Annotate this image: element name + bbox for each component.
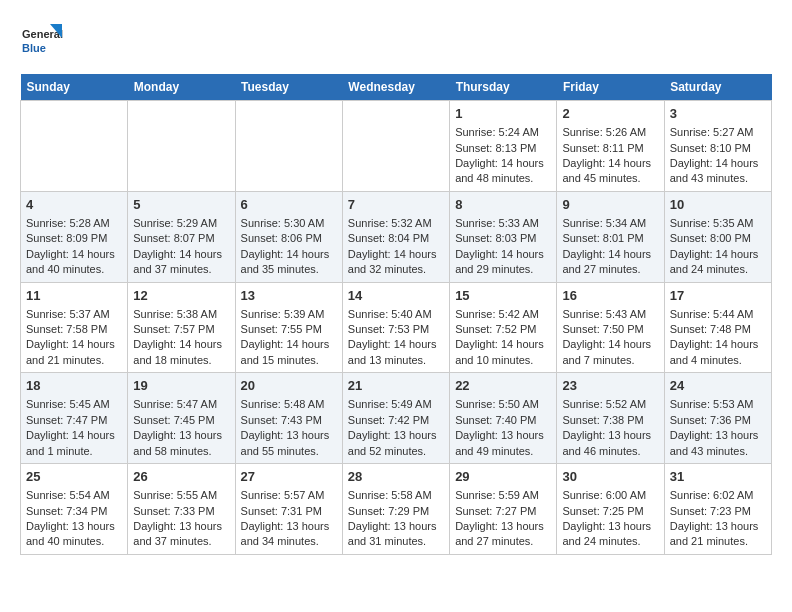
day-number: 31 <box>670 468 766 486</box>
day-number: 11 <box>26 287 122 305</box>
day-info: Daylight: 13 hours <box>455 428 551 443</box>
week-row-3: 11Sunrise: 5:37 AMSunset: 7:58 PMDayligh… <box>21 282 772 373</box>
day-info: Sunset: 7:29 PM <box>348 504 444 519</box>
day-info: Sunrise: 5:40 AM <box>348 307 444 322</box>
week-row-1: 1Sunrise: 5:24 AMSunset: 8:13 PMDaylight… <box>21 101 772 192</box>
day-info: and 45 minutes. <box>562 171 658 186</box>
day-number: 1 <box>455 105 551 123</box>
day-info: Sunset: 7:25 PM <box>562 504 658 519</box>
day-info: Sunrise: 5:37 AM <box>26 307 122 322</box>
day-info: Sunset: 7:34 PM <box>26 504 122 519</box>
day-info: and 7 minutes. <box>562 353 658 368</box>
calendar-cell: 13Sunrise: 5:39 AMSunset: 7:55 PMDayligh… <box>235 282 342 373</box>
day-info: Daylight: 13 hours <box>133 519 229 534</box>
day-info: Daylight: 14 hours <box>455 337 551 352</box>
weekday-header-tuesday: Tuesday <box>235 74 342 101</box>
day-info: Daylight: 13 hours <box>26 519 122 534</box>
calendar-cell: 10Sunrise: 5:35 AMSunset: 8:00 PMDayligh… <box>664 191 771 282</box>
day-info: Sunrise: 5:28 AM <box>26 216 122 231</box>
calendar-cell: 15Sunrise: 5:42 AMSunset: 7:52 PMDayligh… <box>450 282 557 373</box>
day-info: Sunset: 7:31 PM <box>241 504 337 519</box>
day-info: Sunrise: 5:27 AM <box>670 125 766 140</box>
calendar-cell: 28Sunrise: 5:58 AMSunset: 7:29 PMDayligh… <box>342 464 449 555</box>
day-info: Sunset: 8:06 PM <box>241 231 337 246</box>
calendar-cell: 22Sunrise: 5:50 AMSunset: 7:40 PMDayligh… <box>450 373 557 464</box>
day-info: Sunset: 7:38 PM <box>562 413 658 428</box>
day-info: Sunset: 7:50 PM <box>562 322 658 337</box>
day-number: 3 <box>670 105 766 123</box>
calendar-cell <box>21 101 128 192</box>
day-number: 28 <box>348 468 444 486</box>
day-info: Daylight: 13 hours <box>670 428 766 443</box>
day-info: Sunrise: 5:52 AM <box>562 397 658 412</box>
day-info: Daylight: 14 hours <box>241 247 337 262</box>
day-info: Daylight: 14 hours <box>562 337 658 352</box>
day-info: Sunset: 7:40 PM <box>455 413 551 428</box>
day-info: and 34 minutes. <box>241 534 337 549</box>
day-info: Sunset: 8:01 PM <box>562 231 658 246</box>
day-info: Sunrise: 5:24 AM <box>455 125 551 140</box>
day-number: 15 <box>455 287 551 305</box>
calendar-cell: 14Sunrise: 5:40 AMSunset: 7:53 PMDayligh… <box>342 282 449 373</box>
day-info: Sunrise: 5:50 AM <box>455 397 551 412</box>
day-info: Sunrise: 5:48 AM <box>241 397 337 412</box>
day-info: Sunrise: 5:49 AM <box>348 397 444 412</box>
day-info: Sunset: 7:23 PM <box>670 504 766 519</box>
day-info: Sunset: 8:10 PM <box>670 141 766 156</box>
day-number: 27 <box>241 468 337 486</box>
weekday-header-thursday: Thursday <box>450 74 557 101</box>
day-info: Sunset: 8:11 PM <box>562 141 658 156</box>
day-number: 5 <box>133 196 229 214</box>
calendar-cell: 9Sunrise: 5:34 AMSunset: 8:01 PMDaylight… <box>557 191 664 282</box>
calendar-cell <box>128 101 235 192</box>
day-number: 23 <box>562 377 658 395</box>
day-info: and 46 minutes. <box>562 444 658 459</box>
calendar-cell: 27Sunrise: 5:57 AMSunset: 7:31 PMDayligh… <box>235 464 342 555</box>
day-info: and 58 minutes. <box>133 444 229 459</box>
day-number: 18 <box>26 377 122 395</box>
weekday-header-wednesday: Wednesday <box>342 74 449 101</box>
calendar-cell: 24Sunrise: 5:53 AMSunset: 7:36 PMDayligh… <box>664 373 771 464</box>
calendar-cell: 12Sunrise: 5:38 AMSunset: 7:57 PMDayligh… <box>128 282 235 373</box>
day-info: Daylight: 14 hours <box>133 337 229 352</box>
calendar-cell: 5Sunrise: 5:29 AMSunset: 8:07 PMDaylight… <box>128 191 235 282</box>
day-info: Sunset: 7:42 PM <box>348 413 444 428</box>
day-number: 26 <box>133 468 229 486</box>
day-info: Sunrise: 5:45 AM <box>26 397 122 412</box>
day-info: Daylight: 14 hours <box>241 337 337 352</box>
weekday-header-row: SundayMondayTuesdayWednesdayThursdayFrid… <box>21 74 772 101</box>
day-info: Daylight: 13 hours <box>562 519 658 534</box>
calendar-cell: 1Sunrise: 5:24 AMSunset: 8:13 PMDaylight… <box>450 101 557 192</box>
day-info: Daylight: 14 hours <box>26 337 122 352</box>
day-info: Sunrise: 5:33 AM <box>455 216 551 231</box>
day-info: Sunrise: 5:58 AM <box>348 488 444 503</box>
day-number: 22 <box>455 377 551 395</box>
day-info: Daylight: 14 hours <box>670 247 766 262</box>
day-info: Daylight: 13 hours <box>348 428 444 443</box>
day-info: and 40 minutes. <box>26 534 122 549</box>
calendar-cell: 21Sunrise: 5:49 AMSunset: 7:42 PMDayligh… <box>342 373 449 464</box>
day-info: Sunrise: 5:47 AM <box>133 397 229 412</box>
page-header: General Blue <box>20 20 772 64</box>
calendar-cell: 23Sunrise: 5:52 AMSunset: 7:38 PMDayligh… <box>557 373 664 464</box>
calendar-cell: 30Sunrise: 6:00 AMSunset: 7:25 PMDayligh… <box>557 464 664 555</box>
day-number: 21 <box>348 377 444 395</box>
day-info: and 31 minutes. <box>348 534 444 549</box>
day-info: Sunset: 8:00 PM <box>670 231 766 246</box>
day-number: 24 <box>670 377 766 395</box>
day-info: Sunrise: 5:34 AM <box>562 216 658 231</box>
calendar-cell: 17Sunrise: 5:44 AMSunset: 7:48 PMDayligh… <box>664 282 771 373</box>
day-info: Sunrise: 5:30 AM <box>241 216 337 231</box>
calendar-cell: 6Sunrise: 5:30 AMSunset: 8:06 PMDaylight… <box>235 191 342 282</box>
day-info: and 10 minutes. <box>455 353 551 368</box>
day-info: and 43 minutes. <box>670 444 766 459</box>
day-info: Daylight: 14 hours <box>133 247 229 262</box>
day-info: Daylight: 14 hours <box>670 337 766 352</box>
day-info: Sunset: 7:52 PM <box>455 322 551 337</box>
day-info: Daylight: 13 hours <box>670 519 766 534</box>
day-number: 2 <box>562 105 658 123</box>
day-info: Sunrise: 5:26 AM <box>562 125 658 140</box>
day-number: 17 <box>670 287 766 305</box>
day-info: Sunset: 7:58 PM <box>26 322 122 337</box>
day-info: and 37 minutes. <box>133 262 229 277</box>
